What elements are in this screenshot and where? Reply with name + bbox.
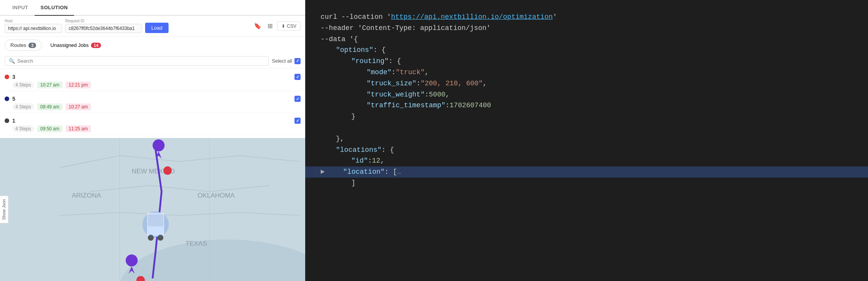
locations-key: "locations" [336, 145, 382, 156]
route-checkbox-3[interactable] [294, 74, 301, 80]
svg-point-13 [126, 254, 137, 266]
search-input[interactable] [17, 58, 265, 64]
show-json-tab[interactable]: Show Json [0, 196, 8, 223]
routes-list: 3 4 Steps 10:27 am 12:21 pm 5 4 Steps 08… [0, 68, 305, 138]
request-group: Request ID [65, 19, 142, 33]
code-routing-line: "routing": { [321, 56, 853, 67]
curl-cmd: curl --location ' [321, 12, 391, 23]
expand-arrow-icon[interactable]: ► [321, 166, 325, 178]
route-steps-5: 4 Steps [12, 103, 34, 110]
route-time-start-3: 10:27 am [37, 81, 63, 88]
id-key: "id" [351, 155, 368, 166]
code-location-line: ► "location": [ … [305, 166, 868, 178]
truck-weight-val: 5000 [429, 89, 445, 100]
traffic-key: "traffic_timestamp" [367, 100, 445, 111]
routes-label: Routes [10, 42, 26, 48]
route-item-5: 5 4 Steps 08:49 am 10:27 am [5, 93, 301, 113]
show-json-container: Show Json [0, 196, 8, 223]
select-all-checkbox[interactable] [294, 58, 301, 64]
search-row: 🔍 Select all [0, 54, 305, 68]
left-panel: INPUT SOLUTION Host Request ID Load 🔖 ⊞ … [0, 0, 305, 281]
code-mode-line: "mode": "truck", [321, 67, 853, 78]
route-checkbox-1[interactable] [294, 118, 301, 124]
host-label: Host [5, 19, 62, 23]
csv-button[interactable]: ⬇ CSV [277, 22, 301, 31]
route-time-start-5: 08:49 am [37, 103, 63, 110]
svg-point-10 [142, 211, 169, 238]
route-time-end-5: 10:27 am [66, 103, 91, 110]
traffic-val: 1702607400 [450, 100, 491, 111]
tab-solution[interactable]: SOLUTION [35, 0, 74, 16]
map-area: ARIZONA NEW MEXICO OKLAHOMA TEXAS [0, 138, 305, 281]
code-locations-line: "locations": { [321, 145, 853, 156]
route-id-3: 3 [12, 74, 291, 80]
route-checkbox-5[interactable] [294, 96, 301, 102]
host-group: Host [5, 19, 62, 33]
route-item-3: 3 4 Steps 10:27 am 12:21 pm [5, 71, 301, 91]
routing-key: "routing" [351, 56, 389, 67]
truck-size-val: "200, 210, 600" [420, 78, 483, 89]
tab-unassigned[interactable]: Unassigned Jobs 14 [45, 40, 106, 50]
svg-text:TEXAS: TEXAS [185, 239, 207, 247]
routes-badge: 3 [28, 43, 36, 48]
route-id-1: 1 [12, 118, 291, 124]
route-steps-1: 4 Steps [12, 125, 34, 132]
download-icon: ⬇ [281, 23, 285, 29]
code-bracket-close: ] [321, 178, 853, 189]
route-header-5: 5 [5, 96, 301, 102]
route-item-1: 1 4 Steps 09:50 am 11:25 am [5, 115, 301, 135]
request-input[interactable] [65, 24, 142, 33]
id-val: 12 [372, 155, 380, 166]
host-input[interactable] [5, 24, 62, 33]
unassigned-label: Unassigned Jobs [50, 42, 89, 48]
route-time-start-1: 09:50 am [37, 125, 63, 132]
close-bracket: ] [351, 178, 355, 189]
route-time-end-3: 12:21 pm [66, 81, 91, 88]
code-curl-line: curl --location 'https://api.nextbillion… [321, 12, 853, 23]
unassigned-badge: 14 [91, 43, 101, 48]
select-all-row: Select all [272, 58, 301, 64]
options-key: "options" [336, 45, 373, 56]
svg-text:ARIZONA: ARIZONA [72, 191, 101, 199]
code-blank1 [321, 122, 853, 133]
route-header-3: 3 [5, 74, 301, 80]
tab-routes[interactable]: Routes 3 [5, 40, 42, 51]
route-steps-row-5: 4 Steps 08:49 am 10:27 am [5, 103, 301, 110]
svg-point-11 [153, 140, 165, 151]
route-steps-row-3: 4 Steps 10:27 am 12:21 pm [5, 81, 301, 88]
route-dot-3 [5, 75, 9, 79]
tab-input[interactable]: INPUT [6, 0, 35, 16]
route-id-5: 5 [12, 96, 291, 102]
data-text: --data ' [321, 34, 354, 45]
route-time-end-1: 11:25 am [66, 125, 91, 132]
route-header-1: 1 [5, 118, 301, 124]
code-header-line: --header 'Content-Type: application/json… [321, 23, 853, 34]
load-button[interactable]: Load [145, 23, 169, 33]
location-ellipsis: … [397, 166, 401, 178]
code-routing-close: } [321, 111, 853, 122]
curl-url[interactable]: https://api.nextbillion.io/optimization [391, 12, 553, 23]
search-icon: 🔍 [9, 58, 15, 64]
truck-size-key: "truck_size" [367, 78, 417, 89]
route-dot-5 [5, 96, 9, 101]
request-label: Request ID [65, 19, 142, 23]
table-icon[interactable]: ⊞ [266, 21, 274, 31]
truck-weight-key: "truck_weight" [367, 89, 425, 100]
sub-tabs: Routes 3 Unassigned Jobs 14 [0, 37, 305, 54]
map-svg: ARIZONA NEW MEXICO OKLAHOMA TEXAS [0, 138, 305, 281]
code-truck-weight-line: "truck_weight": 5000, [321, 89, 853, 100]
csv-label: CSV [287, 23, 296, 29]
route-steps-3: 4 Steps [12, 81, 34, 88]
svg-text:OKLAHOMA: OKLAHOMA [197, 191, 235, 199]
route-dot-1 [5, 118, 9, 123]
map-background: ARIZONA NEW MEXICO OKLAHOMA TEXAS [0, 138, 305, 281]
mode-key: "mode" [367, 67, 392, 78]
tabs-bar: INPUT SOLUTION [0, 0, 305, 16]
header-text: --header 'Content-Type: application/json… [321, 23, 491, 34]
route-steps-row-1: 4 Steps 09:50 am 11:25 am [5, 125, 301, 132]
svg-point-12 [164, 166, 172, 175]
code-data-line: --data '{ [321, 34, 853, 45]
form-row: Host Request ID Load 🔖 ⊞ ⬇ CSV [0, 16, 305, 37]
mode-val: "truck" [396, 67, 425, 78]
bookmark-icon[interactable]: 🔖 [252, 21, 263, 31]
